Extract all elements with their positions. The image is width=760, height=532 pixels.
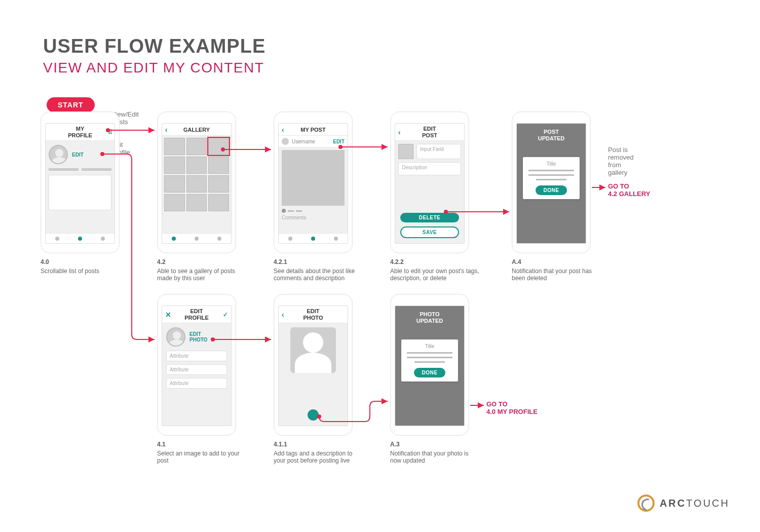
thumb[interactable] (186, 157, 207, 174)
back-icon[interactable]: ‹ (282, 311, 284, 319)
line (407, 357, 452, 358)
logo-mark-icon (637, 495, 655, 512)
header-my-post: ‹ MY POST (279, 124, 348, 136)
phone-gallery: ‹ GALLERY (157, 111, 236, 253)
card-title: Title (547, 161, 556, 167)
phone-edit-profile: ✕ EDIT PROFILE ✓ EDIT PHOTO Attribute At… (157, 294, 236, 436)
post-thumb[interactable] (398, 144, 413, 159)
phone-post-updated: POST UPDATED Title DONE (512, 111, 591, 253)
caption-42: 4.2Able to see a gallery of posts made b… (157, 258, 248, 282)
comments-label: Comments (279, 213, 348, 222)
username-label: Username (292, 139, 330, 144)
phone-my-profile: MY PROFILE ⠿ EDIT (41, 111, 120, 253)
page-subtitle: VIEW AND EDIT MY CONTENT (43, 60, 264, 76)
thumb[interactable] (164, 138, 185, 155)
header-edit-profile: ✕ EDIT PROFILE ✓ (162, 306, 231, 323)
annot-post-removed: Post is removed from gallery (608, 146, 634, 176)
tab-dot-active[interactable] (311, 237, 315, 241)
tab-dot-active[interactable] (172, 237, 176, 241)
phone-my-post: ‹ MY POST Username EDIT Comments (274, 111, 353, 253)
phone-photo-updated: PHOTO UPDATED Title DONE (390, 294, 469, 436)
caption-a3: A.3Notification that your photo is now u… (390, 441, 481, 464)
like-icon[interactable] (282, 209, 286, 213)
header-edit-post: ‹ EDIT POST (395, 124, 464, 141)
done-button[interactable]: DONE (536, 185, 567, 195)
caption-411: 4.1.1Add tags and a description to your … (274, 441, 365, 464)
header-my-profile: MY PROFILE ⠿ (46, 124, 115, 141)
delete-button[interactable]: DELETE (400, 213, 459, 222)
grid-icon[interactable]: ⠿ (108, 129, 111, 136)
annot-goto-gallery: GO TO 4.2 GALLERY (608, 182, 650, 198)
like-count (296, 210, 302, 212)
save-button[interactable]: SAVE (400, 226, 459, 238)
check-icon[interactable]: ✓ (223, 311, 228, 318)
edit-post-link[interactable]: EDIT (333, 139, 345, 144)
title-edit-profile: EDIT PROFILE (184, 308, 209, 320)
title-edit-photo: EDIT PHOTO (303, 308, 323, 320)
start-badge: START (47, 97, 95, 112)
arctouch-logo: ARCTOUCH (637, 495, 730, 512)
title-edit-post: EDIT POST (422, 126, 437, 138)
back-icon[interactable]: ‹ (398, 128, 401, 136)
thumb[interactable] (164, 157, 185, 174)
phone-edit-post: ‹ EDIT POST Input Field Description DELE… (390, 111, 469, 253)
page-title: USER FLOW EXAMPLE (43, 35, 265, 57)
capture-button[interactable] (308, 409, 319, 421)
tab-dot[interactable] (101, 237, 105, 241)
caption-422: 4.2.2Able to edit your own post's tags, … (390, 258, 481, 282)
header-edit-photo: ‹ EDIT PHOTO (279, 306, 348, 323)
line (414, 361, 445, 363)
attribute-field[interactable]: Attribute (166, 364, 227, 375)
phone-edit-photo: ‹ EDIT PHOTO (274, 294, 353, 436)
thumb[interactable] (186, 175, 207, 193)
input-field[interactable]: Input Field (416, 144, 461, 159)
line (528, 170, 574, 171)
tab-dot[interactable] (217, 237, 221, 241)
close-icon[interactable]: ✕ (165, 311, 171, 319)
title-gallery: GALLERY (183, 127, 210, 133)
tab-dot[interactable] (55, 237, 59, 241)
title-my-profile: MY PROFILE (68, 126, 92, 138)
edit-photo-link[interactable]: EDIT PHOTO (189, 331, 207, 343)
title-post-updated: POST UPDATED (517, 124, 586, 147)
caption-40: 4.0Scrollable list of posts (41, 258, 132, 275)
user-avatar-icon (282, 138, 289, 145)
done-button[interactable]: DONE (414, 368, 446, 377)
placeholder-bar (82, 168, 111, 171)
thumb[interactable] (186, 138, 207, 155)
thumb[interactable] (208, 194, 229, 211)
thumb[interactable] (164, 194, 185, 211)
attribute-field[interactable]: Attribute (166, 351, 227, 361)
tab-dot[interactable] (195, 237, 199, 241)
header-gallery: ‹ GALLERY (162, 124, 231, 136)
tab-dot[interactable] (334, 237, 338, 241)
title-my-post: MY POST (300, 127, 325, 133)
back-icon[interactable]: ‹ (282, 126, 284, 134)
tabbar (46, 233, 115, 243)
tab-dot-active[interactable] (78, 237, 82, 241)
caption-41: 4.1Select an image to add to your post (157, 441, 248, 464)
edit-profile-link[interactable]: EDIT (72, 152, 84, 158)
line (407, 352, 452, 354)
title-photo-updated: PHOTO UPDATED (395, 306, 464, 329)
tab-dot[interactable] (288, 237, 292, 241)
logo-text: ARCTOUCH (660, 498, 730, 509)
thumb[interactable] (164, 175, 185, 193)
like-count (288, 210, 294, 212)
tabbar (279, 233, 348, 243)
description-field[interactable]: Description (398, 162, 461, 175)
thumb[interactable] (186, 194, 207, 211)
photo-preview (290, 327, 336, 373)
caption-a4: A.4Notification that your post has been … (512, 258, 603, 282)
placeholder-bar (49, 168, 79, 171)
line (528, 174, 574, 176)
thumb-selected[interactable] (208, 138, 229, 155)
back-icon[interactable]: ‹ (165, 126, 168, 134)
avatar-icon (49, 145, 68, 164)
attribute-field[interactable]: Attribute (166, 378, 227, 389)
annot-goto-profile: GO TO 4.0 MY PROFILE (486, 400, 538, 415)
thumb[interactable] (208, 157, 229, 174)
thumb[interactable] (208, 175, 229, 193)
line (536, 179, 566, 180)
caption-421: 4.2.1See details about the post like com… (274, 258, 365, 282)
